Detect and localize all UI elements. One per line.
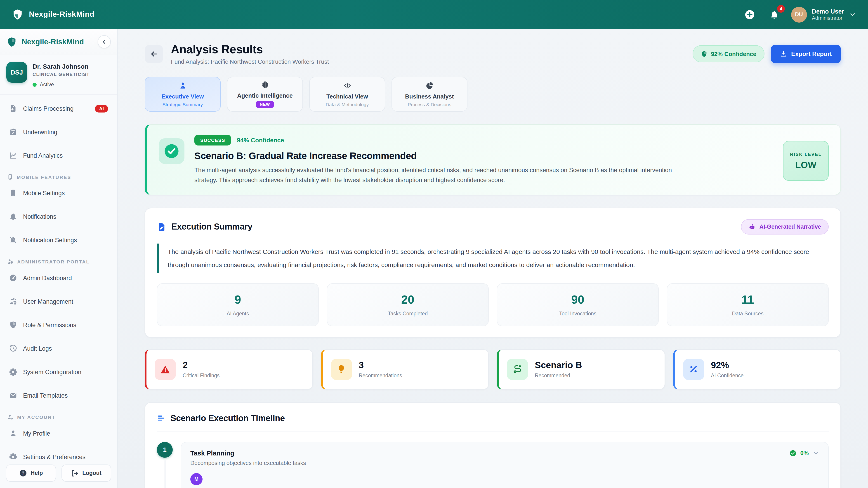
robot-icon	[749, 223, 756, 230]
sidebar-brand-label: Nexgile-RiskMind	[22, 37, 84, 46]
notifications-bell-button[interactable]: 4	[767, 7, 782, 22]
user-menu[interactable]: DU Demo User Administrator	[791, 6, 856, 22]
top-navbar: Nexgile-RiskMind 4 DU Demo User Administ…	[0, 0, 868, 29]
sidebar-item-user-management[interactable]: User Management	[4, 292, 113, 311]
banner-description: The multi-agent analysis successfully ev…	[194, 165, 685, 185]
route-icon	[507, 359, 528, 380]
execution-summary-title: Execution Summary	[171, 222, 252, 232]
history-icon	[9, 344, 17, 352]
timeline-title: Scenario Execution Timeline	[170, 413, 285, 423]
sidebar-header: Nexgile-RiskMind	[0, 29, 117, 55]
metric-scenario: Scenario B Recommended	[497, 349, 665, 389]
export-report-button[interactable]: Export Report	[771, 44, 841, 63]
notification-count-badge: 4	[777, 5, 784, 13]
stat-data-sources: 11 Data Sources	[667, 283, 829, 326]
profile-avatar: DSJ	[6, 62, 27, 83]
new-badge: NEW	[256, 101, 274, 108]
logout-button[interactable]: Logout	[61, 464, 111, 482]
app-root: Nexgile-RiskMind 4 DU Demo User Administ…	[0, 0, 868, 488]
sidebar-profile-card[interactable]: DSJ Dr. Sarah Johnson CLINICAL GENETICIS…	[0, 55, 117, 95]
logout-icon	[71, 469, 79, 477]
tab-technical-view[interactable]: Technical View Data & Methodology	[309, 77, 385, 111]
recommendation-banner: SUCCESS 94% Confidence Scenario B: Gradu…	[145, 124, 841, 195]
question-circle-icon: ?	[19, 469, 27, 477]
svg-text:?: ?	[22, 470, 24, 476]
sidebar-item-notification-settings[interactable]: Notification Settings	[4, 231, 113, 249]
user-gear-icon	[7, 414, 13, 420]
sidebar-item-label: Underwriting	[23, 129, 57, 135]
risk-level-label: RISK LEVEL	[790, 152, 822, 157]
code-icon	[343, 81, 351, 90]
task-title: Task Planning	[190, 449, 234, 457]
banner-title: Scenario B: Gradual Rate Increase Recomm…	[194, 151, 775, 161]
task-expand-control[interactable]: 0%	[789, 449, 819, 457]
status-dot-icon	[33, 83, 37, 87]
sidebar-item-audit-logs[interactable]: Audit Logs	[4, 339, 113, 357]
check-circle-icon	[159, 138, 184, 164]
lightbulb-icon	[331, 359, 352, 380]
pie-chart-icon	[425, 81, 434, 90]
task-agent-avatar: M	[190, 473, 203, 485]
main-content: Analysis Results Fund Analysis: Pacific …	[118, 29, 868, 488]
user-avatar: DU	[791, 6, 807, 22]
sidebar-item-fund-analytics[interactable]: Fund Analytics	[4, 147, 113, 164]
banner-confidence: 94% Confidence	[237, 137, 284, 143]
chart-line-icon	[9, 151, 17, 160]
sidebar-item-label: Fund Analytics	[23, 152, 63, 159]
sidebar-footer: ? Help Logout	[0, 459, 117, 488]
chevron-down-icon	[812, 450, 819, 456]
sidebar-item-label: Notification Settings	[23, 236, 77, 243]
metric-ai-confidence: 92% AI Confidence	[673, 349, 841, 389]
timeline-step-number: 1	[157, 442, 173, 457]
stat-ai-agents: 9 AI Agents	[157, 283, 319, 326]
tab-executive-view[interactable]: Executive View Strategic Summary	[145, 77, 221, 111]
sidebar-item-system-configuration[interactable]: System Configuration	[4, 363, 113, 381]
check-circle-icon	[789, 449, 797, 457]
execution-stats: 9 AI Agents 20 Tasks Completed 90 Tool I…	[157, 283, 829, 326]
arrow-left-icon	[150, 50, 158, 58]
profile-role: CLINICAL GENETICIST	[33, 72, 90, 77]
chevron-down-icon	[849, 11, 856, 18]
add-button[interactable]	[742, 7, 757, 22]
stat-tool-invocations: 90 Tool Invocations	[497, 283, 659, 326]
execution-narrative: The analysis of Pacific Northwest Constr…	[157, 243, 829, 273]
user-icon	[9, 429, 17, 437]
shield-icon	[9, 321, 17, 329]
bell-icon	[9, 213, 17, 221]
sidebar-item-my-profile[interactable]: My Profile	[4, 424, 113, 442]
smartphone-icon	[7, 174, 13, 180]
sidebar-item-label: Claims Processing	[23, 105, 74, 112]
sidebar-item-label: Audit Logs	[23, 345, 52, 352]
tab-business-analyst[interactable]: Business Analyst Process & Decisions	[392, 77, 467, 111]
brain-icon	[260, 80, 269, 89]
tab-agentic-intelligence[interactable]: Agentic Intelligence NEW	[227, 77, 303, 111]
user-name: Demo User	[812, 8, 844, 15]
user-tie-icon	[178, 81, 187, 90]
help-button[interactable]: ? Help	[6, 464, 56, 482]
user-role: Administrator	[812, 15, 844, 21]
success-badge: SUCCESS	[194, 135, 231, 145]
sidebar-collapse-button[interactable]	[98, 35, 111, 48]
task-description: Decomposing objectives into executable t…	[190, 460, 819, 466]
back-button[interactable]	[145, 44, 163, 63]
risk-level-value: LOW	[795, 160, 816, 170]
ai-generated-narrative-badge: AI-Generated Narrative	[741, 219, 829, 234]
timeline-task-card[interactable]: Task Planning 0% Decomposing objectives …	[181, 442, 829, 488]
sidebar-item-label: Email Templates	[23, 392, 68, 399]
percent-icon	[683, 359, 704, 380]
file-signature-icon	[157, 222, 166, 232]
ai-badge: AI	[95, 105, 108, 112]
sidebar-item-underwriting[interactable]: Underwriting	[4, 123, 113, 141]
sidebar-item-email-templates[interactable]: Email Templates	[4, 386, 113, 404]
sidebar-item-mobile-settings[interactable]: Mobile Settings	[4, 184, 113, 202]
sidebar-item-role-permissions[interactable]: Role & Permissions	[4, 316, 113, 334]
sidebar-nav: Claims Processing AI Underwriting Fund A…	[0, 95, 117, 466]
execution-summary-card: Execution Summary AI-Generated Narrative…	[145, 208, 841, 337]
stat-tasks-completed: 20 Tasks Completed	[327, 283, 489, 326]
sidebar-item-claims-processing[interactable]: Claims Processing AI	[4, 99, 113, 118]
metric-cards: 2 Critical Findings 3 Recommendations Sc…	[145, 349, 841, 389]
sidebar-item-admin-dashboard[interactable]: Admin Dashboard	[4, 269, 113, 287]
sidebar-item-notifications[interactable]: Notifications	[4, 207, 113, 225]
tablet-icon	[9, 189, 17, 197]
shield-logo-icon	[6, 36, 17, 47]
